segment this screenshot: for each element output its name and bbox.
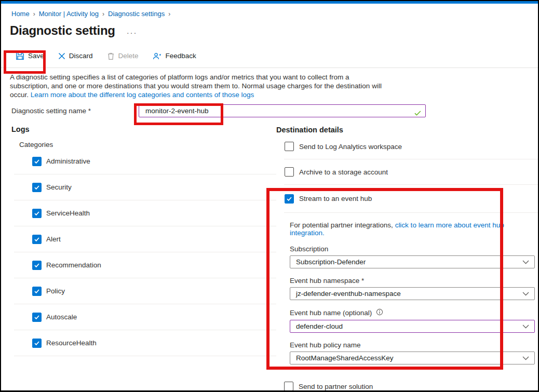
subscription-field: Subscription Subscription-Defender	[290, 245, 535, 268]
checkbox-alert[interactable]	[32, 235, 42, 244]
event-hub-namespace-dropdown[interactable]: jz-defender-eventhub-namespace	[290, 287, 535, 300]
chevron-down-icon	[522, 322, 529, 330]
chevron-down-icon	[522, 354, 529, 362]
destination-option-label: Archive to a storage account	[299, 168, 388, 176]
event-hub-policy-value: RootManageSharedAccessKey	[296, 354, 394, 362]
category-label: Alert	[46, 235, 61, 243]
destination-option-row: Archive to a storage account	[284, 159, 538, 185]
diagnostic-name-input-wrap	[139, 104, 426, 117]
destination-heading: Destination details	[276, 123, 538, 134]
category-label: ServiceHealth	[46, 209, 90, 217]
save-button-label: Save	[28, 52, 44, 60]
checkbox-stream-event-hub[interactable]	[285, 194, 294, 204]
breadcrumb-home[interactable]: Home	[11, 10, 30, 18]
discard-button[interactable]: Discard	[58, 52, 93, 60]
breadcrumb-monitor-activity-log[interactable]: Monitor | Activity log	[39, 10, 99, 18]
checkbox-send-partner-solution[interactable]	[284, 382, 293, 391]
subscription-label: Subscription	[290, 245, 328, 253]
info-icon[interactable]	[376, 308, 383, 317]
logs-section: Logs Categories Administrative Security …	[11, 123, 276, 391]
event-hub-policy-field: Event hub policy name RootManageSharedAc…	[290, 341, 535, 364]
checkbox-recommendation[interactable]	[32, 261, 42, 270]
breadcrumb-separator: ›	[33, 10, 35, 18]
breadcrumb-separator: ›	[168, 10, 170, 18]
category-label: ResourceHealth	[46, 339, 97, 347]
categories-subheading: Categories	[19, 141, 276, 148]
category-label: Administrative	[46, 157, 90, 165]
category-row: Policy	[14, 278, 276, 304]
destination-option-label: Send to Log Analytics workspace	[299, 143, 402, 151]
breadcrumb-diagnostic-settings[interactable]: Diagnostic settings	[108, 10, 165, 18]
page-description: A diagnostic setting specifies a list of…	[10, 73, 385, 99]
event-hub-policy-dropdown[interactable]: RootManageSharedAccessKey	[290, 352, 535, 364]
partner-note-text: For potential partner integrations,	[290, 221, 395, 229]
diagnostic-name-row: Diagnostic setting name *	[11, 104, 538, 117]
destination-option-row: Stream to an event hub	[284, 185, 538, 213]
category-label: Autoscale	[46, 313, 77, 321]
discard-button-label: Discard	[69, 52, 93, 60]
save-icon	[16, 51, 24, 60]
subscription-value: Subscription-Defender	[296, 258, 366, 266]
destination-option-label: Stream to an event hub	[299, 195, 372, 202]
checkbox-resourcehealth[interactable]	[32, 339, 42, 348]
x-mark-icon	[58, 52, 65, 60]
chevron-down-icon	[522, 290, 529, 298]
person-feedback-icon	[153, 52, 162, 60]
category-row: Alert	[14, 226, 276, 252]
delete-button[interactable]: Delete	[107, 52, 139, 60]
event-hub-namespace-field: Event hub namespace * jz-defender-eventh…	[290, 277, 535, 300]
main-columns: Logs Categories Administrative Security …	[1, 123, 538, 391]
checkbox-security[interactable]	[32, 183, 42, 192]
partner-solution-label: Send to partner solution	[299, 383, 373, 390]
category-row: Recommendation	[14, 252, 276, 278]
checkbox-servicehealth[interactable]	[32, 209, 42, 218]
diagnostic-name-input[interactable]	[139, 104, 426, 117]
title-row: Diagnostic setting ···	[10, 23, 538, 38]
checkbox-autoscale[interactable]	[32, 313, 42, 322]
category-label: Recommendation	[46, 261, 101, 269]
partner-solution-row: Send to partner solution	[284, 382, 538, 391]
delete-button-label: Delete	[118, 52, 139, 60]
destination-section: Destination details Send to Log Analytic…	[276, 123, 538, 391]
more-options-ellipsis-icon[interactable]: ···	[127, 28, 138, 37]
category-row: ServiceHealth	[14, 200, 276, 226]
category-row: ResourceHealth	[14, 330, 276, 356]
trash-icon	[107, 52, 115, 60]
category-label: Security	[46, 183, 72, 191]
logs-heading: Logs	[11, 123, 276, 133]
chevron-down-icon	[522, 258, 529, 266]
event-hub-name-dropdown[interactable]: defender-cloud	[290, 320, 535, 333]
event-hub-policy-label: Event hub policy name	[290, 341, 361, 349]
checkbox-send-to-log-analytics[interactable]	[285, 142, 294, 151]
category-row: Administrative	[14, 148, 276, 174]
portal-top-accent-bar	[1, 1, 538, 4]
partner-integration-note: For potential partner integrations, clic…	[290, 221, 538, 237]
event-hub-name-value: defender-cloud	[296, 322, 343, 330]
breadcrumb: Home›Monitor | Activity log›Diagnostic s…	[11, 10, 538, 18]
category-row: Autoscale	[14, 304, 276, 330]
subscription-dropdown[interactable]: Subscription-Defender	[290, 255, 535, 268]
diagnostic-name-label: Diagnostic setting name *	[11, 107, 139, 115]
category-row: Security	[14, 174, 276, 200]
breadcrumb-separator: ›	[102, 10, 104, 18]
diagnostic-setting-page: Home›Monitor | Activity log›Diagnostic s…	[0, 0, 539, 392]
category-label: Policy	[46, 287, 65, 295]
learn-more-link[interactable]: Learn more about the different log categ…	[31, 91, 254, 99]
save-button[interactable]: Save	[16, 51, 44, 60]
checkbox-policy[interactable]	[32, 287, 42, 296]
destination-option-row: Send to Log Analytics workspace	[284, 134, 538, 159]
checkbox-archive-storage-account[interactable]	[285, 167, 294, 177]
feedback-button[interactable]: Feedback	[153, 52, 196, 60]
checkbox-administrative[interactable]	[32, 157, 42, 166]
page-title: Diagnostic setting	[10, 23, 115, 38]
valid-check-icon	[414, 109, 421, 118]
feedback-button-label: Feedback	[166, 52, 196, 60]
command-toolbar: Save Discard Delete Feedback	[1, 51, 538, 68]
event-hub-name-field: Event hub name (optional) defender-cloud	[290, 308, 535, 333]
event-hub-name-label: Event hub name (optional)	[290, 309, 372, 317]
event-hub-namespace-label: Event hub namespace *	[290, 277, 364, 285]
event-hub-namespace-value: jz-defender-eventhub-namespace	[296, 290, 401, 298]
